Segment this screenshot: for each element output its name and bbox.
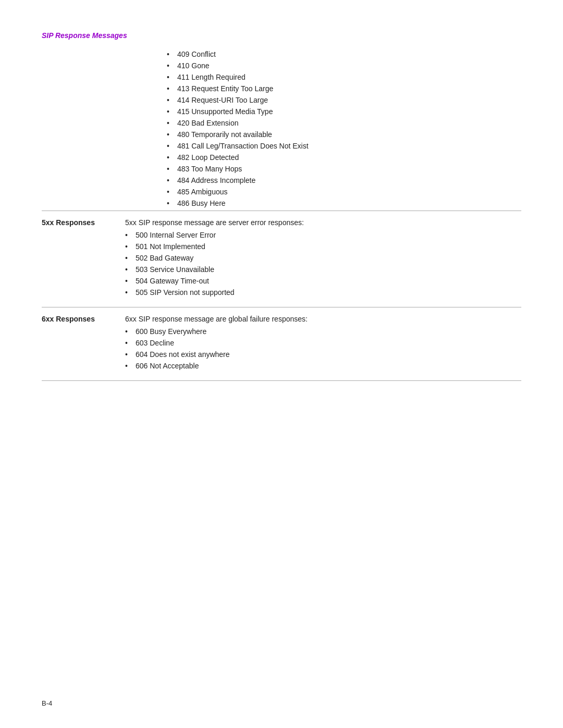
list-item: 414 Request-URI Too Large [167, 96, 521, 104]
list-item: 500 Internal Server Error [125, 231, 521, 239]
list-item: 503 Service Unavailable [125, 265, 521, 274]
list-item: 603 Decline [125, 339, 521, 347]
list-item: 604 Does not exist anywhere [125, 350, 521, 359]
five-xx-content: 5xx SIP response message are server erro… [125, 218, 521, 300]
list-item: 606 Not Acceptable [125, 362, 521, 370]
six-xx-content: 6xx SIP response message are global fail… [125, 315, 521, 373]
list-item: 413 Request Entity Too Large [167, 84, 521, 93]
top-bullet-list: 409 Conflict410 Gone411 Length Required4… [167, 50, 521, 207]
list-item: 504 Gateway Time-out [125, 277, 521, 285]
list-item: 483 Too Many Hops [167, 165, 521, 173]
list-item: 484 Address Incomplete [167, 176, 521, 184]
list-item: 411 Length Required [167, 73, 521, 81]
list-item: 502 Bad Gateway [125, 254, 521, 262]
list-item: 501 Not Implemented [125, 242, 521, 251]
five-xx-label: 5xx Responses [42, 218, 125, 227]
list-item: 420 Bad Extension [167, 119, 521, 127]
list-item: 480 Temporarily not available [167, 130, 521, 139]
list-item: 409 Conflict [167, 50, 521, 58]
six-xx-description: 6xx SIP response message are global fail… [125, 315, 521, 323]
list-item: 481 Call Leg/Transaction Does Not Exist [167, 142, 521, 150]
page-footer: B-4 [42, 699, 52, 707]
list-item: 485 Ambiguous [167, 188, 521, 196]
six-xx-label: 6xx Responses [42, 315, 125, 323]
list-item: 482 Loop Detected [167, 153, 521, 162]
six-xx-list: 600 Busy Everywhere603 Decline604 Does n… [125, 327, 521, 370]
list-item: 415 Unsupported Media Type [167, 107, 521, 116]
list-item: 410 Gone [167, 61, 521, 70]
five-xx-list: 500 Internal Server Error501 Not Impleme… [125, 231, 521, 297]
top-bullets-section: 409 Conflict410 Gone411 Length Required4… [42, 50, 521, 207]
list-item: 505 SIP Version not supported [125, 288, 521, 297]
list-item: 486 Busy Here [167, 199, 521, 207]
page-title: SIP Response Messages [42, 31, 521, 40]
list-item: 600 Busy Everywhere [125, 327, 521, 336]
page-container: SIP Response Messages 409 Conflict410 Go… [0, 0, 563, 423]
five-xx-section: 5xx Responses 5xx SIP response message a… [42, 211, 521, 307]
six-xx-section: 6xx Responses 6xx SIP response message a… [42, 307, 521, 381]
five-xx-description: 5xx SIP response message are server erro… [125, 218, 521, 227]
